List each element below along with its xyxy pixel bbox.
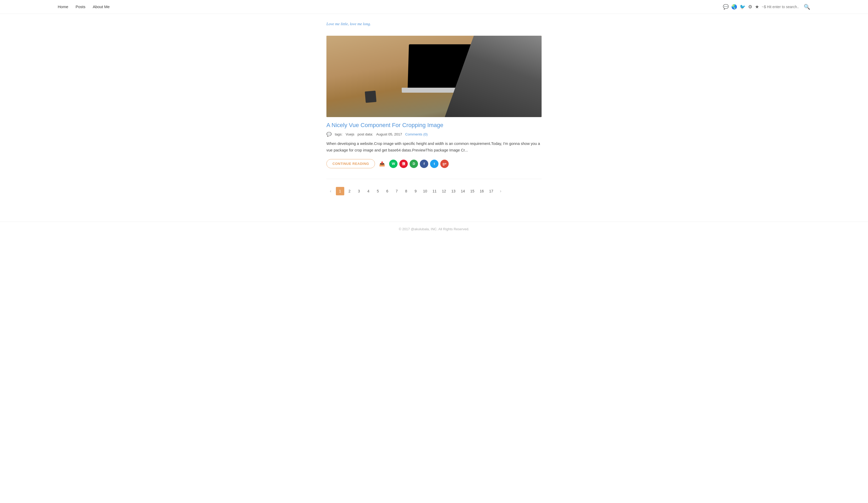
share-button[interactable]: 📤 <box>379 161 385 167</box>
pagination-page-9[interactable]: 9 <box>411 187 420 195</box>
googleplus-share-icon[interactable]: g+ <box>440 160 449 168</box>
post-date-label: post data: <box>358 132 373 136</box>
pagination-next[interactable]: › <box>496 187 505 195</box>
pagination: ‹ 1 2 3 4 5 6 7 8 9 10 11 12 13 14 15 16… <box>327 187 541 195</box>
pagination-prev[interactable]: ‹ <box>327 187 335 195</box>
comment-meta-icon: 💬 <box>327 132 332 137</box>
post-meta: 💬 tags: Vuejs post data: August 05, 2017… <box>327 132 541 137</box>
wechat-nav-icon[interactable]: 💬 <box>723 4 728 10</box>
pagination-page-8[interactable]: 8 <box>402 187 410 195</box>
twitter-share-icon[interactable]: t <box>430 160 438 168</box>
continue-reading-button[interactable]: CONTINUE READING <box>327 159 375 168</box>
wechat-share-icon[interactable]: W <box>389 160 397 168</box>
pagination-page-10[interactable]: 10 <box>421 187 429 195</box>
post-tag[interactable]: Vuejs <box>345 132 354 136</box>
post-comments-link[interactable]: Comments (0) <box>405 132 428 136</box>
post-excerpt: When developing a website.Crop image wit… <box>327 141 541 153</box>
pagination-page-14[interactable]: 14 <box>459 187 467 195</box>
pagination-page-3[interactable]: 3 <box>355 187 363 195</box>
social-share-icons: W 微 D f t g+ <box>389 160 449 168</box>
nav-links: Home Posts About Me <box>58 4 110 9</box>
pagination-page-12[interactable]: 12 <box>440 187 448 195</box>
nav-about[interactable]: About Me <box>93 4 110 9</box>
navbar: Home Posts About Me 💬 🌏 🐦 ⚙ ★ 🔍 <box>0 0 868 14</box>
nav-right: 💬 🌏 🐦 ⚙ ★ 🔍 <box>723 4 810 10</box>
pagination-page-7[interactable]: 7 <box>393 187 401 195</box>
extra-nav-icon[interactable]: ★ <box>755 4 759 10</box>
pagination-page-11[interactable]: 11 <box>430 187 439 195</box>
pagination-page-4[interactable]: 4 <box>364 187 373 195</box>
post-actions: CONTINUE READING 📤 W 微 D f t g+ <box>327 159 541 168</box>
post-card: A Nicely Vue Component For Cropping Imag… <box>327 36 541 168</box>
pagination-page-2[interactable]: 2 <box>345 187 354 195</box>
tagline: Love me little, love me long. <box>327 22 541 26</box>
weibo-nav-icon[interactable]: 🌏 <box>731 4 737 10</box>
nav-posts[interactable]: Posts <box>75 4 85 9</box>
pagination-page-1[interactable]: 1 <box>336 187 344 195</box>
pagination-page-16[interactable]: 16 <box>477 187 486 195</box>
post-date: August 05, 2017 <box>376 132 402 136</box>
post-hero-image <box>327 36 541 117</box>
footer-text: © 2017 @akulubala, INC. All Rights Reser… <box>399 227 469 231</box>
douban-share-icon[interactable]: D <box>410 160 418 168</box>
post-title[interactable]: A Nicely Vue Component For Cropping Imag… <box>327 122 541 129</box>
main-content: Love me little, love me long. A Nicely V… <box>327 14 541 222</box>
search-input[interactable] <box>762 5 804 9</box>
github-nav-icon[interactable]: ⚙ <box>748 4 752 10</box>
pagination-page-6[interactable]: 6 <box>383 187 392 195</box>
pagination-page-5[interactable]: 5 <box>374 187 382 195</box>
pagination-page-17[interactable]: 17 <box>487 187 495 195</box>
search-button[interactable]: 🔍 <box>804 4 810 10</box>
facebook-share-icon[interactable]: f <box>420 160 428 168</box>
footer: © 2017 @akulubala, INC. All Rights Reser… <box>0 222 868 236</box>
phone-prop <box>365 91 376 103</box>
divider <box>327 179 541 179</box>
pagination-page-13[interactable]: 13 <box>449 187 458 195</box>
laptop-scene <box>327 36 541 117</box>
twitter-nav-icon[interactable]: 🐦 <box>740 4 745 10</box>
pagination-page-15[interactable]: 15 <box>468 187 476 195</box>
nav-home[interactable]: Home <box>58 4 68 9</box>
search-wrap: 🔍 <box>762 4 810 10</box>
post-tags-label: tags: <box>335 132 342 136</box>
weibo-share-icon[interactable]: 微 <box>399 160 408 168</box>
